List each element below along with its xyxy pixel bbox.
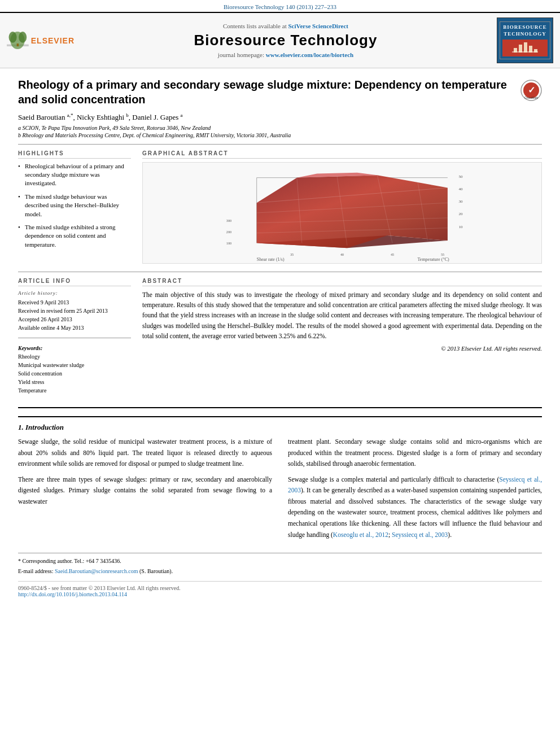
keyword-3: Solid concentration bbox=[18, 369, 131, 378]
citation-text: Bioresource Technology 140 (2013) 227–23… bbox=[224, 3, 336, 10]
keywords-block: Keywords: Rheology Municipal wastewater … bbox=[18, 344, 131, 395]
graphical-chart-svg: 50 40 30 20 10 Temperature (°C) Shear ra… bbox=[142, 162, 542, 264]
ref-seyssiecq-1[interactable]: Seyssiecq et al., 2003 bbox=[288, 476, 542, 494]
article-history-block: Article history: Received 9 April 2013 R… bbox=[18, 290, 131, 333]
revised-date: Received in revised form 25 April 2013 bbox=[18, 307, 131, 315]
article-history-label: Article history: bbox=[18, 290, 131, 298]
svg-text:✓: ✓ bbox=[528, 85, 535, 95]
svg-text:20: 20 bbox=[458, 212, 463, 216]
svg-point-2 bbox=[9, 32, 17, 43]
svg-text:300: 300 bbox=[226, 219, 231, 222]
keyword-2: Municipal wastewater sludge bbox=[18, 361, 131, 369]
svg-text:200: 200 bbox=[226, 229, 231, 233]
author-sup-a: a,* bbox=[67, 112, 73, 118]
author-sup-b: b bbox=[126, 112, 129, 118]
journal-homepage: journal homepage: www.elsevier.com/locat… bbox=[75, 51, 497, 58]
highlights-column: HIGHLIGHTS Rheological behaviour of a pr… bbox=[18, 150, 131, 266]
online-date: Available online 4 May 2013 bbox=[18, 324, 131, 332]
svg-rect-8 bbox=[524, 42, 527, 53]
paper-content: ✓ CrossMark Rheology of a primary and se… bbox=[0, 68, 560, 609]
accepted-date: Accepted 26 April 2013 bbox=[18, 315, 131, 324]
intro-para-2: There are three main types of sewage slu… bbox=[18, 474, 272, 508]
graphical-column: GRAPHICAL ABSTRACT 50 40 30 20 10 Temper… bbox=[142, 150, 542, 266]
divider-3 bbox=[18, 407, 542, 408]
svg-text:30: 30 bbox=[458, 199, 463, 204]
doi-link[interactable]: http://dx.doi.org/10.1016/j.biortech.201… bbox=[18, 591, 127, 597]
abstract-label: ABSTRACT bbox=[142, 278, 542, 286]
svg-text:Temperature (°C): Temperature (°C) bbox=[418, 256, 450, 261]
svg-text:45: 45 bbox=[391, 252, 394, 256]
abstract-text: The main objective of this study was to … bbox=[142, 290, 542, 342]
logo-line1: BIORESOURCE bbox=[502, 24, 548, 31]
elsevier-logo-area: ELSEVIER bbox=[7, 25, 75, 56]
ref-koseoglu[interactable]: Koseoglu et al., 2012 bbox=[333, 531, 388, 538]
email-note: E-mail address: Saeid.Baroutian@scionres… bbox=[18, 567, 542, 575]
svg-text:100: 100 bbox=[226, 241, 231, 245]
journal-header-center: Contents lists available at SciVerse Sci… bbox=[75, 23, 497, 58]
svg-text:10: 10 bbox=[458, 224, 463, 229]
logo-image-area bbox=[502, 40, 548, 56]
svg-rect-7 bbox=[519, 45, 522, 53]
keyword-1: Rheology bbox=[18, 352, 131, 361]
highlight-item-2: The mixed sludge behaviour was described… bbox=[18, 193, 131, 219]
svg-text:55: 55 bbox=[441, 252, 444, 256]
logo-chart-icon bbox=[511, 40, 539, 56]
intro-para-1: Sewage sludge, the solid residue of muni… bbox=[18, 436, 272, 470]
highlights-label: HIGHLIGHTS bbox=[18, 150, 131, 159]
footnote-section: * Corresponding author. Tel.: +64 7 3435… bbox=[18, 553, 542, 575]
highlight-item-1: Rheological behaviour of a primary and s… bbox=[18, 162, 131, 188]
svg-text:40: 40 bbox=[340, 252, 344, 256]
svg-rect-10 bbox=[534, 49, 537, 53]
ref-seyssiecq-2[interactable]: Seyssiecq et al., 2003 bbox=[392, 531, 448, 538]
body-col-left: Sewage sludge, the solid residue of muni… bbox=[18, 436, 272, 545]
keyword-4: Yield stress bbox=[18, 378, 131, 386]
intro-para-4: Sewage sludge is a complex material and … bbox=[288, 474, 542, 540]
sciverse-text: Contents lists available at SciVerse Sci… bbox=[75, 23, 497, 29]
corresponding-note: * Corresponding author. Tel.: +64 7 3435… bbox=[18, 557, 542, 565]
body-two-col: Sewage sludge, the solid residue of muni… bbox=[18, 436, 542, 545]
email-label: E-mail address: bbox=[18, 568, 53, 574]
paper-title-area: ✓ CrossMark Rheology of a primary and se… bbox=[18, 77, 542, 107]
body-col-right: treatment plant. Secondary sewage sludge… bbox=[288, 436, 542, 545]
elsevier-name-text: ELSEVIER bbox=[31, 36, 75, 45]
svg-text:35: 35 bbox=[290, 252, 294, 256]
keywords-title: Keywords: bbox=[18, 344, 131, 352]
journal-homepage-link[interactable]: www.elsevier.com/locate/biortech bbox=[266, 51, 353, 58]
svg-text:Shear rate (1/s): Shear rate (1/s) bbox=[257, 256, 285, 261]
crossmark-icon: ✓ CrossMark bbox=[520, 80, 542, 101]
author-sup-a2: a bbox=[181, 112, 183, 118]
highlights-graphical-section: HIGHLIGHTS Rheological behaviour of a pr… bbox=[18, 150, 542, 266]
svg-text:50: 50 bbox=[458, 174, 463, 178]
issn-line: 0960-8524/$ - see front matter © 2013 El… bbox=[18, 585, 542, 591]
article-abstract-section: ARTICLE INFO Article history: Received 9… bbox=[18, 278, 542, 400]
logo-line2: TECHNOLOGY bbox=[502, 31, 548, 38]
authors-line: Saeid Baroutian a,*, Nicky Eshtiaghi b, … bbox=[18, 112, 542, 122]
email-suffix: (S. Baroutian). bbox=[139, 568, 173, 574]
svg-rect-6 bbox=[514, 48, 517, 53]
affiliation-b: b Rheology and Materials Processing Cent… bbox=[18, 132, 542, 138]
received-date: Received 9 April 2013 bbox=[18, 298, 131, 307]
logo-box-inner: BIORESOURCE TECHNOLOGY bbox=[500, 21, 550, 59]
svg-text:40: 40 bbox=[458, 187, 463, 191]
journal-logo-box: BIORESOURCE TECHNOLOGY bbox=[497, 18, 553, 63]
journal-logo-box-area: BIORESOURCE TECHNOLOGY bbox=[497, 18, 553, 63]
keyword-5: Temperature bbox=[18, 386, 131, 395]
divider-info bbox=[18, 338, 131, 338]
svg-point-3 bbox=[19, 32, 27, 43]
abstract-column: ABSTRACT The main objective of this stud… bbox=[142, 278, 542, 400]
copyright-line: © 2013 Elsevier Ltd. All rights reserved… bbox=[142, 345, 542, 352]
highlights-list: Rheological behaviour of a primary and s… bbox=[18, 162, 131, 250]
highlight-item-3: The mixed sludge exhibited a strong depe… bbox=[18, 223, 131, 249]
intro-para-3: treatment plant. Secondary sewage sludge… bbox=[288, 436, 542, 470]
divider-2 bbox=[18, 272, 542, 272]
sciverse-link[interactable]: SciVerse ScienceDirect bbox=[288, 23, 348, 29]
svg-rect-4 bbox=[17, 43, 19, 46]
elsevier-tree-icon bbox=[7, 25, 29, 56]
article-info-column: ARTICLE INFO Article history: Received 9… bbox=[18, 278, 131, 400]
divider-1 bbox=[18, 144, 542, 145]
email-link[interactable]: Saeid.Baroutian@scionresearch.com bbox=[55, 568, 138, 574]
journal-title: Bioresource Technology bbox=[75, 32, 497, 49]
paper-title: Rheology of a primary and secondary sewa… bbox=[18, 77, 542, 107]
citation-bar: Bioresource Technology 140 (2013) 227–23… bbox=[0, 0, 560, 12]
affiliation-a: a SCION, Te Papa Tipu Innovation Park, 4… bbox=[18, 125, 542, 131]
